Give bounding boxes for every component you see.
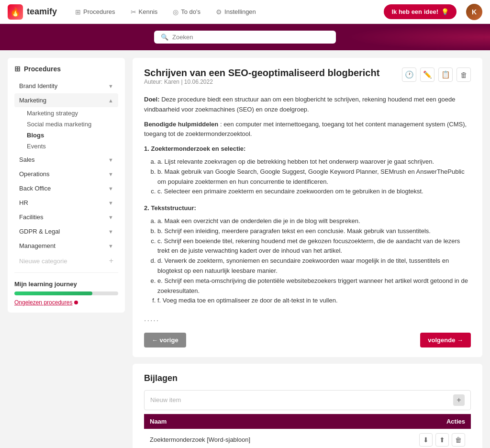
history-button[interactable]: 🕐 xyxy=(402,67,416,82)
previous-button[interactable]: ← vorige xyxy=(144,333,186,347)
delete-button[interactable]: 🗑 xyxy=(457,67,471,82)
procedures-icon: ⊞ xyxy=(75,8,81,16)
sidebar-item-back-office[interactable]: Back Office ▼ xyxy=(14,181,118,195)
attachments-table: Naam Acties Zoektermonderzoek [Word-sjab… xyxy=(144,414,471,448)
procedure-actions: 🕐 ✏️ 📋 🗑 xyxy=(402,67,471,82)
sidebar-item-operations[interactable]: Operations ▼ xyxy=(14,167,118,181)
nav-kennis[interactable]: ✂ Kennis xyxy=(128,6,161,18)
add-item-button[interactable]: + xyxy=(453,394,465,406)
sidebar-item-management[interactable]: Management ▼ xyxy=(14,239,118,253)
hero-band: 🔍 xyxy=(0,24,490,50)
section-1-list: a. Lijst relevante zoekvragen op die bet… xyxy=(144,157,471,197)
progress-bar-background xyxy=(14,291,118,295)
list-item: f. Voeg media toe en optimaliseer ze doo… xyxy=(157,296,471,306)
attachment-name: Zoektermonderzoek [Word-sjabloon] xyxy=(144,429,375,448)
list-item: c. Schrijf een boeiende titel, rekening … xyxy=(157,236,471,257)
sidebar-subitem-marketing-strategy[interactable]: Marketing strategy xyxy=(22,108,118,119)
sidebar-title: ⊞ Procedures xyxy=(14,65,118,73)
procedure-card: Schrijven van een SEO-geoptimaliseerd bl… xyxy=(133,58,482,357)
table-row: Zoektermonderzoek [Word-sjabloon] ⬇ ⬆ 🗑 xyxy=(144,429,471,448)
content-area: Schrijven van een SEO-geoptimaliseerd bl… xyxy=(133,58,482,448)
nav-procedures[interactable]: ⊞ Procedures xyxy=(72,6,118,18)
doel-label: Doel: xyxy=(144,96,160,103)
download-button[interactable]: ⬇ xyxy=(419,433,433,447)
logo-area[interactable]: 🔥 teamify xyxy=(8,4,57,20)
sidebar-divider xyxy=(14,272,118,273)
sidebar-item-brand-identity[interactable]: Brand Identity ▼ xyxy=(14,79,118,93)
kennis-icon: ✂ xyxy=(131,8,136,16)
sidebar-item-facilities[interactable]: Facilities ▼ xyxy=(14,210,118,224)
unread-dot-indicator xyxy=(74,301,78,304)
procedure-body: Doel: Deze procedure biedt een structuur… xyxy=(144,95,471,325)
user-avatar[interactable]: K xyxy=(466,4,482,20)
edit-button[interactable]: ✏️ xyxy=(420,67,434,82)
upload-button[interactable]: ⬆ xyxy=(435,433,449,447)
new-item-row[interactable]: Nieuw item + xyxy=(144,390,471,410)
learning-section: Mijn learning journey Ongelezen procedur… xyxy=(14,280,118,306)
next-button[interactable]: volgende → xyxy=(420,333,471,347)
doel-paragraph: Doel: Deze procedure biedt een structuur… xyxy=(144,95,471,115)
idea-button[interactable]: Ik heb een idee! 💡 xyxy=(384,4,457,19)
list-item: b. Schrijf een inleiding, meerdere parag… xyxy=(157,226,471,236)
marketing-subitems: Marketing strategy Social media marketin… xyxy=(14,108,118,152)
sidebar-subitem-events[interactable]: Events xyxy=(22,141,118,152)
add-category-icon: + xyxy=(109,257,113,265)
hulpmiddelen-label: Benodigde hulpmiddelen xyxy=(144,121,218,128)
col-naam: Naam xyxy=(144,414,375,429)
list-item: b. Maak gebruik van Google Search, Googl… xyxy=(157,167,471,187)
top-navigation: 🔥 teamify ⊞ Procedures ✂ Kennis ◎ To do'… xyxy=(0,0,490,24)
section-1-title: 1. Zoektermonderzoek en selectie: xyxy=(144,144,471,154)
attachments-card: Bijlagen Nieuw item + Naam Acties Zoekte… xyxy=(133,364,482,448)
unread-procedures-link[interactable]: Ongelezen procedures xyxy=(14,299,118,306)
sidebar: ⊞ Procedures Brand Identity ▼ Marketing … xyxy=(8,58,125,313)
procedure-title-area: Schrijven van een SEO-geoptimaliseerd bl… xyxy=(144,67,379,92)
list-item: e. Schrijf een meta-omschrijving die pot… xyxy=(157,276,471,296)
procedures-sidebar-icon: ⊞ xyxy=(14,65,21,73)
procedure-dots: ..... xyxy=(144,313,471,325)
section-2-title: 2. Tekststructuur: xyxy=(144,203,471,213)
col-acties: Acties xyxy=(375,414,471,429)
search-container: 🔍 xyxy=(154,31,336,44)
sidebar-item-marketing[interactable]: Marketing ▲ xyxy=(14,93,118,107)
chevron-down-icon: ▼ xyxy=(108,157,113,163)
list-item: d. Verwerk de zoekterm, synoniemen en se… xyxy=(157,256,471,276)
nav-instellingen[interactable]: ⚙ Instellingen xyxy=(213,6,259,18)
section-1: 1. Zoektermonderzoek en selectie: a. Lij… xyxy=(144,144,471,197)
sidebar-subitem-social-media[interactable]: Social media marketing xyxy=(22,119,118,130)
copy-button[interactable]: 📋 xyxy=(438,67,453,82)
procedure-title: Schrijven van een SEO-geoptimaliseerd bl… xyxy=(144,67,379,78)
sidebar-item-gdpr-legal[interactable]: GDPR & Legal ▼ xyxy=(14,224,118,238)
main-layout: ⊞ Procedures Brand Identity ▼ Marketing … xyxy=(0,50,490,448)
app-name: teamify xyxy=(27,7,57,17)
chevron-up-icon: ▲ xyxy=(108,98,113,103)
attachment-actions: ⬇ ⬆ 🗑 xyxy=(375,429,471,448)
procedure-navigation: ← vorige volgende → xyxy=(144,333,471,347)
procedure-meta: Auteur: Karen | 10.06.2022 xyxy=(144,78,379,85)
sidebar-item-sales[interactable]: Sales ▼ xyxy=(14,153,118,167)
chevron-down-icon: ▼ xyxy=(108,83,113,89)
nav-todos[interactable]: ◎ To do's xyxy=(170,6,203,18)
table-header-row: Naam Acties xyxy=(144,414,471,429)
list-item: a. Lijst relevante zoekvragen op die bet… xyxy=(157,157,471,167)
chevron-down-icon: ▼ xyxy=(108,243,113,249)
logo-icon: 🔥 xyxy=(8,4,23,20)
learning-title: Mijn learning journey xyxy=(14,280,118,288)
attachments-title: Bijlagen xyxy=(144,373,471,383)
attachment-action-buttons: ⬇ ⬆ 🗑 xyxy=(381,433,465,447)
search-input[interactable] xyxy=(172,34,329,41)
list-item: a. Maak een overzicht van de onderdelen … xyxy=(157,216,471,226)
chevron-down-icon: ▼ xyxy=(108,186,113,191)
new-category-row[interactable]: Nieuwe categorie + xyxy=(14,253,118,269)
settings-icon: ⚙ xyxy=(216,8,222,16)
search-icon: 🔍 xyxy=(161,34,168,41)
chevron-down-icon: ▼ xyxy=(108,229,113,235)
list-item: c. Selecteer een primaire zoekterm en se… xyxy=(157,187,471,197)
chevron-down-icon: ▼ xyxy=(108,214,113,220)
chevron-down-icon: ▼ xyxy=(108,171,113,177)
sidebar-subitem-blogs[interactable]: Blogs xyxy=(22,130,118,141)
sidebar-item-hr[interactable]: HR ▼ xyxy=(14,196,118,210)
delete-attachment-button[interactable]: 🗑 xyxy=(452,433,465,447)
procedure-header: Schrijven van een SEO-geoptimaliseerd bl… xyxy=(144,67,471,92)
progress-bar-fill xyxy=(14,291,92,295)
chevron-down-icon: ▼ xyxy=(108,200,113,206)
